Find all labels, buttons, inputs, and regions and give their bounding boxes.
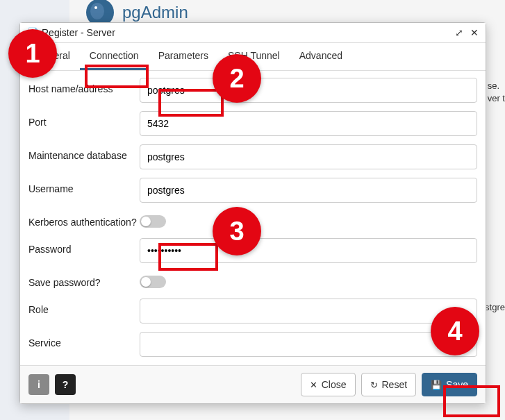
info-icon: i — [38, 379, 40, 390]
input-maintenance-db[interactable] — [140, 144, 477, 169]
input-role[interactable] — [140, 299, 477, 324]
close-button[interactable]: ✕ Close — [301, 373, 356, 396]
close-label: Close — [322, 379, 347, 390]
row-service: Service — [28, 332, 477, 357]
input-host[interactable] — [140, 78, 477, 103]
label-kerberos: Kerberos authentication? — [28, 211, 140, 228]
toggle-save-password[interactable] — [140, 276, 166, 288]
label-username: Username — [28, 178, 140, 195]
row-save-password: Save password? — [28, 271, 477, 290]
row-role: Role — [28, 299, 477, 324]
label-port: Port — [28, 111, 140, 128]
close-icon[interactable]: ✕ — [470, 27, 479, 38]
label-service: Service — [28, 332, 140, 349]
save-icon: 💾 — [431, 380, 442, 390]
background-text-right-lower: stgre — [485, 302, 505, 312]
input-port[interactable] — [140, 111, 477, 136]
toggle-kerberos[interactable] — [140, 215, 166, 228]
reset-label: Reset — [382, 379, 408, 390]
pgadmin-title: pgAdmin — [122, 3, 188, 22]
dialog-title-bar: 📄 Register - Server ⤢ ✕ — [20, 23, 486, 43]
tab-connection[interactable]: Connection — [80, 43, 149, 70]
maximize-icon[interactable]: ⤢ — [455, 27, 463, 38]
info-button[interactable]: i — [28, 374, 49, 395]
save-label: Save — [446, 379, 468, 390]
help-button[interactable]: ? — [55, 374, 76, 395]
input-password[interactable] — [140, 238, 477, 263]
label-save-password: Save password? — [28, 271, 140, 289]
help-icon: ? — [63, 379, 69, 390]
tab-parameters[interactable]: Parameters — [149, 43, 218, 70]
svg-point-1 — [90, 3, 104, 19]
input-service[interactable] — [140, 332, 477, 357]
row-port: Port — [28, 111, 477, 136]
label-password: Password — [28, 238, 140, 255]
row-username: Username — [28, 178, 477, 203]
annotation-4: 4 — [431, 307, 479, 355]
svg-point-2 — [94, 6, 97, 9]
annotation-3: 3 — [213, 207, 261, 255]
input-username[interactable] — [140, 178, 477, 203]
dialog-title: Register - Server — [42, 27, 115, 38]
save-button[interactable]: 💾 Save — [422, 373, 477, 396]
label-maintenance-db: Maintenance database — [28, 144, 140, 162]
tab-advanced[interactable]: Advanced — [290, 43, 352, 70]
background-text-right: se. ver t — [488, 80, 505, 105]
dialog-footer: i ? ✕ Close ↻ Reset 💾 Save — [20, 365, 486, 403]
annotation-1: 1 — [8, 29, 57, 78]
annotation-2: 2 — [213, 54, 261, 103]
background-header: pgAdmin — [69, 0, 505, 24]
label-host: Host name/address — [28, 78, 140, 95]
reset-icon: ↻ — [370, 380, 378, 390]
x-icon: ✕ — [310, 380, 317, 390]
reset-button[interactable]: ↻ Reset — [361, 373, 417, 396]
label-role: Role — [28, 299, 140, 316]
row-maintenance-db: Maintenance database — [28, 144, 477, 169]
